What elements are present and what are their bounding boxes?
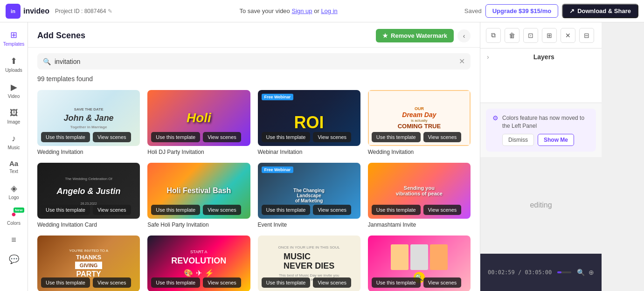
template-card: Holi Use this template View scenes Holi … bbox=[147, 90, 250, 155]
saved-label: Saved bbox=[464, 7, 482, 14]
template-thumb: Holi Festival Bash Use this template Vie… bbox=[147, 163, 250, 219]
show-me-button[interactable]: Show Me bbox=[538, 134, 574, 146]
zoom-in-icon[interactable]: ⊕ bbox=[589, 269, 594, 276]
layers-title: Layers bbox=[493, 53, 595, 61]
view-scenes-button[interactable]: View scenes bbox=[203, 132, 241, 142]
upgrade-button[interactable]: Upgrade $39 $15/mo bbox=[485, 4, 558, 18]
download-button[interactable]: ↗ Download & Share bbox=[562, 4, 638, 18]
thumb-overlay: Use this template View scenes bbox=[258, 201, 360, 219]
view-scenes-button[interactable]: View scenes bbox=[423, 132, 462, 142]
top-right-actions: Saved Upgrade $39 $15/mo ↗ Download & Sh… bbox=[464, 4, 638, 18]
template-thumb: Holi Use this template View scenes bbox=[147, 90, 250, 146]
use-template-button[interactable]: Use this template bbox=[41, 132, 90, 142]
sidebar-item-chat[interactable]: 💬 bbox=[2, 250, 26, 268]
use-template-button[interactable]: Use this template bbox=[262, 277, 311, 288]
layers-expand-icon[interactable]: › bbox=[487, 53, 489, 61]
template-thumb: SAVE THE DATE John & Jane Together in Ma… bbox=[37, 90, 140, 146]
thumb-overlay: Use this template View scenes bbox=[37, 274, 140, 291]
editing-area: editing bbox=[480, 157, 602, 254]
thumb-overlay: Use this template View scenes bbox=[147, 274, 250, 291]
template-name: Event Invite bbox=[258, 222, 360, 228]
template-card: SAVE THE DATE John & Jane Together in Ma… bbox=[37, 90, 140, 155]
free-webinar-badge: Free Webinar bbox=[262, 94, 294, 100]
toolbar-trash-button[interactable]: ✕ bbox=[561, 28, 575, 43]
use-template-button[interactable]: Use this template bbox=[41, 205, 90, 215]
toolbar-fit-button[interactable]: ⊞ bbox=[542, 28, 557, 43]
view-scenes-button[interactable]: View scenes bbox=[203, 205, 241, 215]
thumb-overlay: Use this template View scenes bbox=[368, 201, 471, 219]
save-prompt: To save your video Sign up or Log in bbox=[118, 7, 458, 14]
search-input[interactable] bbox=[55, 58, 455, 65]
colors-notice: ⚙ Colors feature has now moved to the Le… bbox=[486, 109, 596, 152]
toolbar-copy-button[interactable]: ⧉ bbox=[486, 28, 501, 43]
music-icon: ♪ bbox=[12, 134, 16, 144]
view-scenes-button[interactable]: View scenes bbox=[313, 277, 351, 288]
sidebar-item-text[interactable]: Aa Text bbox=[2, 156, 26, 178]
template-name: Webinar Invitation bbox=[258, 149, 360, 155]
sidebar-item-video[interactable]: ▶ Video bbox=[2, 78, 26, 103]
use-template-button[interactable]: Use this template bbox=[372, 205, 421, 215]
view-scenes-button[interactable]: View scenes bbox=[93, 277, 131, 288]
notice-buttons: Dismiss Show Me bbox=[502, 134, 589, 146]
sidebar-item-layers[interactable]: ≡ bbox=[2, 231, 26, 249]
colors-notice-text: Colors feature has now moved to the Left… bbox=[502, 115, 584, 129]
view-scenes-button[interactable]: View scenes bbox=[423, 205, 462, 215]
use-template-button[interactable]: Use this template bbox=[151, 132, 200, 142]
editing-text: editing bbox=[530, 201, 552, 209]
toolbar-delete-button[interactable]: 🗑 bbox=[505, 28, 519, 43]
template-name: Wedding Invitation Card bbox=[37, 222, 140, 228]
template-name: Holi DJ Party Invitation bbox=[147, 149, 250, 155]
colors-notice-body: Colors feature has now moved to the Left… bbox=[502, 114, 589, 146]
template-card: 🔍 Use this template View scenes bbox=[368, 236, 471, 291]
template-thumb: Sending youvibrations of peace Use this … bbox=[368, 163, 471, 219]
use-template-button[interactable]: Use this template bbox=[151, 205, 200, 215]
toolbar-crop-button[interactable]: ⊡ bbox=[523, 28, 538, 43]
thumb-overlay: Use this template View scenes bbox=[147, 128, 250, 146]
view-scenes-button[interactable]: View scenes bbox=[203, 277, 241, 288]
chat-icon: 💬 bbox=[9, 254, 19, 264]
panel-header: Add Scenes ★ Remove Watermark ‹ bbox=[28, 22, 480, 48]
sidebar-item-image[interactable]: 🖼 Image bbox=[2, 104, 26, 128]
sidebar-item-templates[interactable]: ⊞ Templates bbox=[2, 26, 26, 50]
view-scenes-button[interactable]: View scenes bbox=[313, 205, 351, 215]
thumb-overlay: Use this template View scenes bbox=[368, 274, 471, 291]
sidebar-item-music[interactable]: ♪ Music bbox=[2, 130, 26, 154]
dismiss-button[interactable]: Dismiss bbox=[502, 134, 534, 146]
edit-project-icon[interactable]: ✎ bbox=[108, 8, 112, 14]
template-thumb: OUR Dream Day is actually COMING TRUE Us… bbox=[368, 90, 471, 146]
template-card: ONCE IN YOUR LIFE IN THIS SOUL MUSICNEVE… bbox=[258, 236, 360, 291]
template-thumb: 🔍 Use this template View scenes bbox=[368, 236, 471, 291]
remove-watermark-button[interactable]: ★ Remove Watermark bbox=[376, 29, 454, 42]
new-badge: New bbox=[14, 208, 24, 213]
view-scenes-button[interactable]: View scenes bbox=[93, 205, 131, 215]
sidebar-item-colors[interactable]: New ● Colors bbox=[2, 206, 26, 229]
view-scenes-button[interactable]: View scenes bbox=[93, 132, 131, 142]
star-icon: ★ bbox=[382, 32, 388, 39]
use-template-button[interactable]: Use this template bbox=[262, 205, 311, 215]
template-card: START A REVOLUTION 🎨 ✈ ⚡ Use this templa… bbox=[147, 236, 250, 291]
toolbar-grid-button[interactable]: ⊟ bbox=[579, 28, 594, 43]
use-template-button[interactable]: Use this template bbox=[372, 132, 421, 142]
search-clear-icon[interactable]: ✕ bbox=[459, 57, 465, 66]
timeline-bar[interactable] bbox=[557, 271, 571, 273]
results-area: 99 templates found bbox=[28, 75, 480, 90]
image-icon: 🖼 bbox=[10, 108, 18, 118]
login-link[interactable]: Log in bbox=[321, 7, 337, 14]
zoom-out-icon[interactable]: 🔍 bbox=[577, 269, 585, 276]
use-template-button[interactable]: Use this template bbox=[41, 277, 90, 288]
template-thumb: YOU'RE INVITED TO A THANKS GIVING PARTY … bbox=[37, 236, 140, 291]
use-template-button[interactable]: Use this template bbox=[372, 277, 421, 288]
layers-panel: › Layers bbox=[480, 48, 602, 103]
sidebar-item-uploads[interactable]: ⬆ Uploads bbox=[2, 52, 26, 76]
collapse-panel-button[interactable]: ‹ bbox=[457, 29, 471, 42]
results-count: 99 templates found bbox=[37, 75, 471, 83]
template-name: Safe Holi Party Invitation bbox=[147, 222, 250, 228]
signup-link[interactable]: Sign up bbox=[291, 7, 312, 14]
use-template-button[interactable]: Use this template bbox=[151, 277, 200, 288]
right-panel: ⧉ 🗑 ⊡ ⊞ ✕ ⊟ › Layers ⚙ Colors feature ha… bbox=[480, 22, 602, 291]
view-scenes-button[interactable]: View scenes bbox=[313, 132, 351, 142]
use-template-button[interactable]: Use this template bbox=[262, 132, 311, 142]
view-scenes-button[interactable]: View scenes bbox=[423, 277, 462, 288]
sidebar-item-logo[interactable]: ◈ Logo bbox=[2, 180, 26, 204]
template-card: Free Webinar ROI Use this template View … bbox=[258, 90, 360, 155]
